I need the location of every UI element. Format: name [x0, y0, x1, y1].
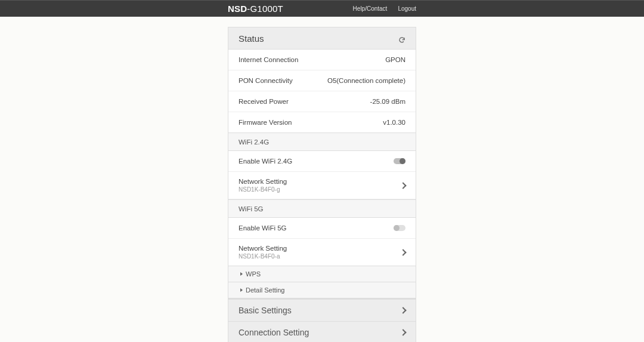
wifi5-network-setting[interactable]: Network Setting NSD1K-B4F0-a — [228, 239, 416, 266]
fw-value: v1.0.30 — [383, 119, 405, 126]
row-firmware: Firmware Version v1.0.30 — [228, 112, 416, 133]
top-bar: NSD-G1000T Help/Contact Logout — [0, 0, 644, 17]
nav-basic-settings[interactable]: Basic Settings — [228, 299, 416, 322]
nav-connection-setting[interactable]: Connection Setting — [228, 322, 416, 342]
row-pon: PON Connectivity O5(Connection complete) — [228, 70, 416, 91]
brand-light: -G1000T — [247, 4, 283, 14]
row-internet: Internet Connection GPON — [228, 50, 416, 70]
wifi24-net-label: Network Setting — [239, 178, 287, 185]
wifi24-toggle[interactable] — [394, 158, 405, 164]
wifi24-ssid: NSD1K-B4F0-g — [239, 186, 287, 193]
wifi24-header: WiFi 2.4G — [228, 133, 416, 151]
power-label: Received Power — [239, 98, 289, 105]
top-links: Help/Contact Logout — [353, 5, 416, 12]
row-wifi5-enable: Enable WiFi 5G — [228, 218, 416, 239]
fw-label: Firmware Version — [239, 119, 292, 126]
row-wifi24-enable: Enable WiFi 2.4G — [228, 151, 416, 172]
nav-conn-label: Connection Setting — [239, 328, 309, 337]
brand: NSD-G1000T — [228, 4, 283, 14]
internet-value: GPON — [385, 56, 405, 63]
triangle-right-icon — [240, 288, 243, 292]
wifi5-ssid: NSD1K-B4F0-a — [239, 253, 287, 260]
pon-label: PON Connectivity — [239, 77, 293, 84]
status-header: Status — [228, 27, 416, 50]
chevron-right-icon — [400, 182, 406, 189]
nav-list: Basic Settings Connection Setting Displa… — [228, 299, 416, 342]
wifi5-toggle[interactable] — [394, 225, 405, 231]
help-link[interactable]: Help/Contact — [353, 5, 388, 12]
pon-value: O5(Connection complete) — [327, 77, 405, 84]
wps-label: WPS — [246, 270, 261, 278]
wps-item[interactable]: WPS — [228, 266, 416, 282]
wifi24-network-setting[interactable]: Network Setting NSD1K-B4F0-g — [228, 172, 416, 199]
wifi5-net-label: Network Setting — [239, 245, 287, 252]
brand-bold: NSD — [228, 4, 247, 14]
status-panel: Status Internet Connection GPON PON Conn… — [228, 27, 416, 299]
detail-setting-label: Detail Setting — [246, 286, 284, 294]
triangle-right-icon — [240, 272, 243, 276]
logout-link[interactable]: Logout — [398, 5, 416, 12]
power-value: -25.09 dBm — [370, 98, 405, 105]
wifi24-enable-label: Enable WiFi 2.4G — [239, 158, 292, 165]
chevron-right-icon — [400, 329, 406, 335]
nav-basic-label: Basic Settings — [239, 306, 292, 315]
wifi5-header: WiFi 5G — [228, 199, 416, 218]
refresh-icon[interactable] — [398, 35, 405, 42]
internet-label: Internet Connection — [239, 56, 298, 63]
detail-setting-item[interactable]: Detail Setting — [228, 282, 416, 298]
row-power: Received Power -25.09 dBm — [228, 91, 416, 112]
chevron-right-icon — [400, 249, 406, 255]
wifi5-enable-label: Enable WiFi 5G — [239, 224, 287, 232]
status-title: Status — [239, 33, 264, 44]
chevron-right-icon — [400, 307, 406, 313]
main-wrapper: Status Internet Connection GPON PON Conn… — [228, 27, 416, 342]
